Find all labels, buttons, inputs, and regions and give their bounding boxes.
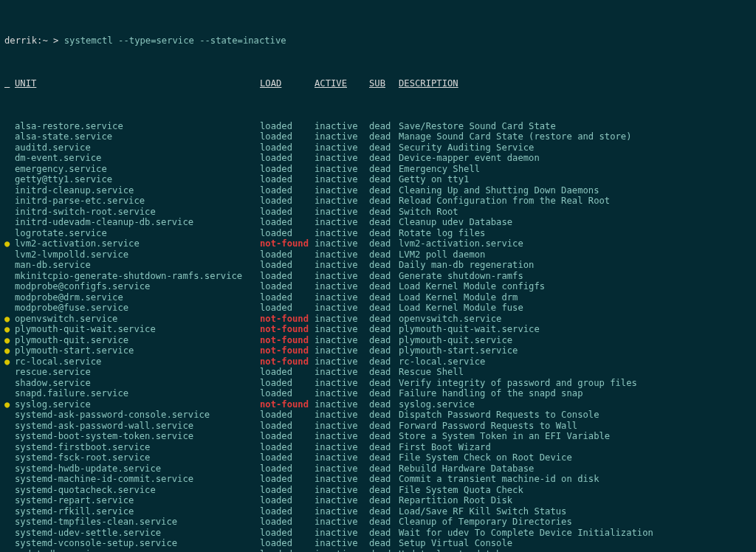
table-row: ●openvswitch.servicenot-foundinactivedea… <box>4 314 752 325</box>
table-row: rescue.serviceloadedinactivedeadRescue S… <box>4 367 752 378</box>
description: Load Kernel Module configfs <box>399 281 752 292</box>
status-bullet-icon: ● <box>4 324 15 335</box>
active-state: inactive <box>315 217 369 228</box>
unit-name: initrd-udevadm-cleanup-db.service <box>15 217 260 228</box>
sub-state: dead <box>369 217 399 228</box>
active-state: inactive <box>315 271 369 282</box>
unit-name: rc-local.service <box>15 356 260 368</box>
load-state: loaded <box>260 207 315 218</box>
load-state: loaded <box>260 495 315 506</box>
load-state: loaded <box>260 217 315 228</box>
sub-state: dead <box>369 249 399 261</box>
load-state: loaded <box>260 142 315 153</box>
table-row: ●plymouth-quit.servicenot-foundinactived… <box>4 335 752 346</box>
sub-state: dead <box>369 314 399 325</box>
unit-name: mkinitcpio-generate-shutdown-ramfs.servi… <box>15 271 260 282</box>
load-state: loaded <box>260 153 315 164</box>
unit-name: systemd-repart.service <box>15 495 260 506</box>
load-state: loaded <box>260 281 315 292</box>
sub-state: dead <box>369 292 399 303</box>
load-state: loaded <box>260 528 315 539</box>
active-state: inactive <box>315 421 369 432</box>
load-state: loaded <box>260 549 315 553</box>
description: plymouth-quit-wait.service <box>399 324 752 335</box>
active-state: inactive <box>315 131 369 142</box>
header-bullet <box>4 78 15 89</box>
active-state: inactive <box>315 442 369 453</box>
active-state: inactive <box>315 196 369 207</box>
load-state: loaded <box>260 174 315 185</box>
table-row: shadow.serviceloadedinactivedeadVerify i… <box>4 378 752 389</box>
table-row: snapd.failure.serviceloadedinactivedeadF… <box>4 388 752 399</box>
sub-state: dead <box>369 495 399 506</box>
description: Failure handling of the snapd snap <box>399 388 752 399</box>
active-state: inactive <box>315 474 369 485</box>
unit-name: snapd.failure.service <box>15 388 260 399</box>
load-state: not-found <box>260 356 315 368</box>
description: Device-mapper event daemon <box>399 153 752 164</box>
unit-name: systemd-machine-id-commit.service <box>15 474 260 485</box>
load-state: loaded <box>260 196 315 207</box>
table-row: alsa-restore.serviceloadedinactivedeadSa… <box>4 121 752 132</box>
table-row: man-db.serviceloadedinactivedeadDaily ma… <box>4 260 752 271</box>
unit-name: systemd-udev-settle.service <box>15 528 260 539</box>
status-bullet-icon <box>4 506 15 517</box>
sub-state: dead <box>369 356 399 368</box>
active-state: inactive <box>315 538 369 549</box>
status-bullet-icon: ● <box>4 356 15 368</box>
header-sub: SUB <box>369 78 399 89</box>
load-state: loaded <box>260 410 315 421</box>
prompt-arrow: > <box>53 35 58 46</box>
active-state: inactive <box>315 238 369 249</box>
status-bullet-icon <box>4 260 15 271</box>
sub-state: dead <box>369 431 399 442</box>
table-row: systemd-ask-password-wall.serviceloadedi… <box>4 421 752 432</box>
description: File System Check on Root Device <box>399 452 752 463</box>
unit-name: dm-event.service <box>15 153 260 164</box>
unit-name: getty@tty1.service <box>15 174 260 185</box>
description: Update locate database <box>399 549 752 553</box>
load-state: not-found <box>260 238 315 249</box>
status-bullet-icon <box>4 174 15 185</box>
terminal[interactable]: derrik:~ > systemctl --type=service --st… <box>0 0 756 552</box>
status-bullet-icon <box>4 442 15 453</box>
table-row: updatedb.serviceloadedinactivedeadUpdate… <box>4 549 752 553</box>
table-row: lvm2-lvmpolld.serviceloadedinactivedeadL… <box>4 249 752 261</box>
active-state: inactive <box>315 495 369 506</box>
active-state: inactive <box>315 260 369 271</box>
active-state: inactive <box>315 174 369 185</box>
table-header: UNITLOADACTIVESUBDESCRIPTION <box>4 78 752 89</box>
status-bullet-icon <box>4 452 15 463</box>
sub-state: dead <box>369 538 399 549</box>
description: Store a System Token in an EFI Variable <box>399 431 752 442</box>
load-state: loaded <box>260 506 315 517</box>
active-state: inactive <box>315 142 369 153</box>
load-state: loaded <box>260 249 315 261</box>
load-state: loaded <box>260 431 315 442</box>
unit-name: alsa-restore.service <box>15 121 260 132</box>
unit-name: logrotate.service <box>15 228 260 239</box>
unit-name: systemd-rfkill.service <box>15 506 260 517</box>
sub-state: dead <box>369 121 399 132</box>
description: plymouth-quit.service <box>399 335 752 346</box>
unit-name: updatedb.service <box>15 549 260 553</box>
sub-state: dead <box>369 452 399 463</box>
load-state: loaded <box>260 538 315 549</box>
load-state: loaded <box>260 388 315 399</box>
sub-state: dead <box>369 281 399 292</box>
table-row: modprobe@fuse.serviceloadedinactivedeadL… <box>4 303 752 314</box>
unit-name: plymouth-start.service <box>15 345 260 356</box>
status-bullet-icon <box>4 367 15 378</box>
status-bullet-icon <box>4 495 15 506</box>
description: Load Kernel Module drm <box>399 292 752 303</box>
unit-name: syslog.service <box>15 399 260 410</box>
status-bullet-icon <box>4 538 15 549</box>
table-row: emergency.serviceloadedinactivedeadEmerg… <box>4 164 752 175</box>
unit-name: systemd-ask-password-console.service <box>15 410 260 421</box>
active-state: inactive <box>315 281 369 292</box>
sub-state: dead <box>369 399 399 410</box>
sub-state: dead <box>369 207 399 218</box>
load-state: not-found <box>260 324 315 335</box>
load-state: loaded <box>260 474 315 485</box>
status-bullet-icon <box>4 121 15 132</box>
